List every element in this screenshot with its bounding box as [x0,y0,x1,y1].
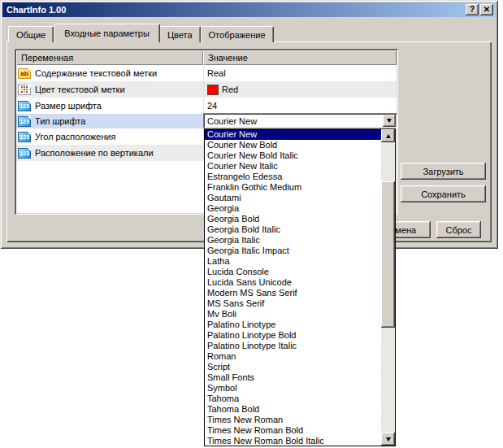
dropdown-item[interactable]: Symbol [205,383,381,394]
dropdown-item[interactable]: Roman [205,351,381,362]
variable-label: Угол расположения [35,132,115,141]
scrollbar-thumb[interactable] [381,181,395,328]
dropdown-item[interactable]: Lucida Sans Unicode [205,277,381,288]
combobox-value: Courier New [203,116,383,126]
dropdown-item[interactable]: Georgia Bold Italic [205,224,381,235]
dropdown-item[interactable]: Latha [205,256,381,267]
dropdown-item[interactable]: Script [205,362,381,372]
combo-arrow-button[interactable] [383,115,396,127]
dropdown-item[interactable]: Courier New Italic [205,161,381,172]
dropdown-item[interactable]: Estrangelo Edessa [205,172,381,182]
variable-label: Тип шрифта [35,116,85,126]
variable-label: Содержание текстовой метки [35,68,157,78]
scroll-up-button[interactable] [381,129,395,142]
dropdown-item[interactable]: Modern MS Sans Serif [205,288,381,298]
dropdown-item[interactable]: Palatino Linotype Italic [205,341,381,351]
value-text: Red [222,85,238,94]
scroll-up-icon [386,134,391,138]
column-header-variable: Переменная [16,50,203,65]
dropdown-item[interactable]: Georgia [205,203,381,214]
window-title: ChartInfo 1.00 [7,5,66,15]
dropdown-item[interactable]: Gautami [205,193,381,203]
dropdown-items: Courier NewCourier New BoldCourier New B… [205,129,381,446]
variable-cell: 123Угол расположения [16,128,203,145]
scroll-down-button[interactable] [381,433,395,446]
variable-label: Размер шрифта [35,101,102,111]
dropdown-item[interactable]: Lucida Console [205,267,381,277]
value-text: 24 [207,101,217,111]
numeric-icon: 123 [18,148,31,159]
dropdown-item[interactable]: Small Fonts [205,372,381,383]
dropdown-item[interactable]: Mv Boli [205,309,381,320]
numeric-icon: 123 [18,101,31,111]
title-bar[interactable]: ChartInfo 1.00 ? ✕ [2,2,496,17]
value-cell: Red [203,81,397,98]
variable-cell: 123Расположение по вертикали [16,145,203,161]
dropdown-item[interactable]: Times New Roman [205,415,381,425]
save-button[interactable]: Сохранить [401,185,486,202]
load-button[interactable]: Загрузить [401,163,486,180]
value-cell: Real [203,65,397,81]
table-row[interactable]: abСодержание текстовой меткиReal [16,65,397,81]
column-header-value: Значение [203,50,397,65]
dropdown-item[interactable]: Courier New Bold [205,140,381,150]
titlebar-buttons: ? ✕ [466,4,493,15]
color-dots [21,86,28,94]
scroll-down-icon [386,437,391,441]
value-text: Real [207,68,226,78]
variable-cell: 123Тип шрифта [16,114,203,128]
reset-button[interactable]: Сброс [436,221,481,238]
table-header-row: Переменная Значение [16,50,397,65]
font-type-combobox[interactable]: Courier New [203,113,397,128]
numeric-icon: 123 [18,132,31,142]
dropdown-item[interactable]: Georgia Italic Impact [205,246,381,256]
color-picker-icon [18,85,31,95]
tab-4[interactable]: Отображение [201,26,274,42]
dropdown-item[interactable]: Georgia Italic [205,235,381,246]
dropdown-item[interactable]: Courier New [205,129,381,140]
dropdown-item[interactable]: Tahoma [205,394,381,404]
table-row[interactable]: 123Размер шрифта24 [16,98,397,114]
dropdown-item[interactable]: Times New Roman Bold Italic [205,436,381,446]
dropdown-item[interactable]: Tahoma Bold [205,404,381,415]
dropdown-item[interactable]: MS Sans Serif [205,298,381,309]
dropdown-scrollbar[interactable] [381,129,395,446]
tab-2[interactable]: Входные параметры [54,24,160,42]
numeric-icon: 123 [18,116,31,127]
tab-1[interactable]: Общие [8,26,54,42]
tab-3[interactable]: Цвета [159,26,201,42]
variable-cell: Цвет текстовой метки [16,81,203,98]
variable-label: Цвет текстовой метки [35,85,125,94]
close-icon[interactable]: ✕ [480,4,493,15]
table-row[interactable]: Цвет текстовой меткиRed [16,81,397,98]
chevron-down-icon [387,119,392,123]
dropdown-item[interactable]: Georgia Bold [205,214,381,224]
dropdown-item[interactable]: Courier New Bold Italic [205,150,381,161]
color-swatch [207,85,219,95]
help-icon[interactable]: ? [466,4,479,15]
variable-cell: 123Размер шрифта [16,98,203,114]
font-dropdown-list: Courier NewCourier New BoldCourier New B… [204,128,396,446]
dropdown-item[interactable]: Palatino Linotype [205,320,381,330]
dropdown-item[interactable]: Palatino Linotype Bold [205,330,381,341]
dropdown-item[interactable]: Times New Roman Bold [205,425,381,436]
tab-strip: ОбщиеВходные параметрыЦветаОтображение [8,24,274,42]
dropdown-item[interactable]: Franklin Gothic Medium [205,182,381,193]
text-label-icon: ab [18,68,31,79]
variable-cell: abСодержание текстовой метки [16,65,203,81]
variable-label: Расположение по вертикали [35,148,154,158]
value-cell: 24 [203,98,397,114]
